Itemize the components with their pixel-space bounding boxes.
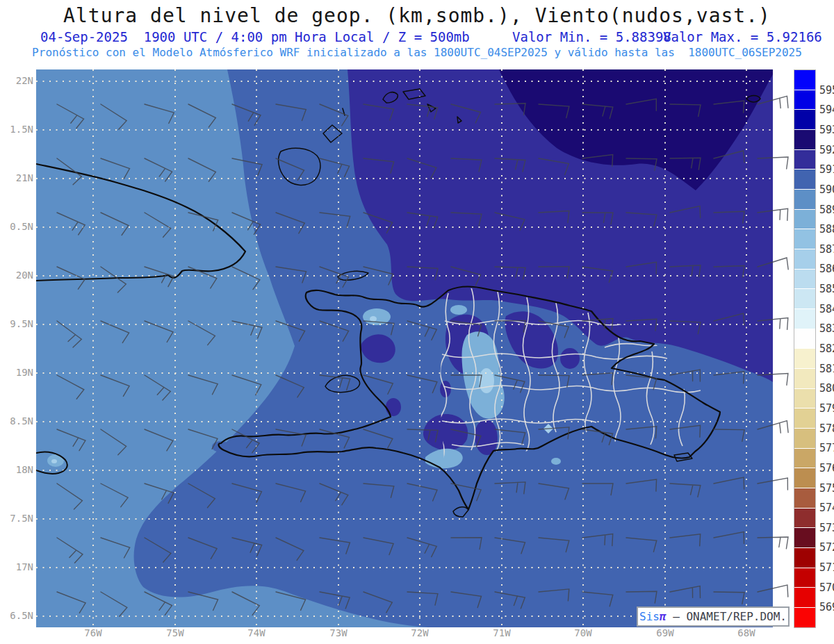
colorbar-segment — [794, 527, 815, 547]
colorbar-segment — [794, 209, 815, 229]
colorbar-tick-label: 5740 — [819, 502, 834, 514]
colorbar-segment — [794, 189, 815, 209]
lat-axis: 22N1.5N21N0.5N20N9.5N19N8.5N18N7.5N17N6.… — [1, 0, 33, 644]
lon-tick-label: 69W — [653, 627, 678, 638]
lat-tick-label: 17N — [16, 561, 33, 572]
colorbar-tick-label: 5760 — [819, 462, 834, 474]
colorbar-segment — [794, 129, 815, 149]
colorbar-segment — [794, 109, 815, 129]
colorbar-tick-label: 5770 — [819, 442, 834, 454]
colorbar-tick-label: 5830 — [819, 322, 834, 335]
lat-tick-label: 1.5N — [10, 124, 33, 135]
colorbar-segment — [794, 468, 815, 488]
valor-max-label: Valor Max. = 5.92166 — [663, 29, 822, 44]
colorbar-segment — [794, 607, 815, 627]
colorbar-segment — [794, 229, 815, 249]
colorbar-tick-label: 5800 — [819, 382, 834, 395]
lat-tick-label: 22N — [16, 75, 33, 86]
colorbar-tick-label: 5870 — [819, 243, 834, 256]
colorbar-segment — [794, 388, 815, 408]
lat-tick-label: 18N — [16, 464, 33, 475]
colorbar-tick-label: 5730 — [819, 522, 834, 534]
lon-tick-label: 76W — [81, 627, 106, 638]
colorbar-segment — [794, 308, 815, 329]
colorbar-tick-label: 5780 — [819, 422, 834, 435]
lat-tick-label: 6.5N — [10, 610, 33, 621]
lat-tick-label: 21N — [16, 172, 33, 183]
colorbar-tick-label: 5880 — [819, 223, 834, 236]
colorbar-segment — [794, 368, 815, 388]
brand-separator: – — [667, 610, 687, 623]
colorbar-segment — [794, 348, 815, 368]
brand-sis: Sis — [639, 610, 660, 623]
page-title: Altura del nivel de geop. (km,somb.), Vi… — [0, 4, 834, 27]
lon-tick-label: 75W — [163, 627, 188, 638]
lon-tick-label: 70W — [571, 627, 596, 638]
lat-tick-label: 7.5N — [10, 513, 33, 524]
colorbar-tick-label: 5750 — [819, 482, 834, 495]
colorbar-tick-label: 5900 — [819, 183, 834, 196]
lon-tick-label: 74W — [244, 627, 269, 638]
geopotential-map — [36, 69, 798, 627]
colorbar-segment — [794, 408, 815, 428]
colorbar-tick-label: 5790 — [819, 402, 834, 415]
branding-box: Sisπ – ONAMET/REP.DOM. — [637, 606, 790, 627]
colorbar-tick-label: 5700 — [819, 581, 834, 594]
colorbar-tick-label: 5710 — [819, 561, 834, 574]
datetime-label: 04-Sep-2025 1900 UTC / 4:00 pm Hora Loca… — [40, 29, 470, 44]
colorbar-segment — [794, 428, 815, 448]
colorbar-segment — [794, 269, 815, 289]
lon-tick-label: 72W — [407, 627, 432, 638]
model-info-label: Pronóstico con el Modelo Atmósferico WRF… — [25, 46, 809, 59]
colorbar-segment — [794, 249, 815, 269]
colorbar-segment — [794, 568, 815, 588]
colorbar-tick-label: 5840 — [819, 303, 834, 315]
colorbar-tick-label: 5920 — [819, 144, 834, 156]
lat-tick-label: 19N — [16, 367, 33, 378]
lat-tick-label: 8.5N — [10, 415, 33, 427]
weather-map-page: Altura del nivel de geop. (km,somb.), Vi… — [0, 0, 834, 644]
colorbar-tick-label: 5950 — [819, 84, 834, 97]
colorbar-segment — [794, 329, 815, 349]
colorbar-tick-label: 5860 — [819, 263, 834, 275]
lat-tick-label: 0.5N — [10, 221, 33, 232]
brand-pi-icon: π — [660, 610, 667, 623]
valor-min-label: Valor Min. = 5.88398 — [512, 29, 671, 44]
colorbar-segment — [794, 70, 815, 90]
lon-tick-label: 68W — [734, 627, 759, 638]
lon-axis: 76W75W74W73W72W71W70W69W68W — [0, 627, 834, 643]
colorbar-segment — [794, 547, 815, 568]
colorbar-segment — [794, 587, 815, 607]
colorbar-segment — [794, 288, 815, 308]
colorbar-tick-label: 5690 — [819, 601, 834, 613]
colorbar-segment — [794, 149, 815, 170]
colorbar-tick-label: 5890 — [819, 204, 834, 216]
colorbar-segment — [794, 90, 815, 110]
colorbar — [794, 69, 816, 628]
colorbar-tick-label: 5720 — [819, 541, 834, 554]
colorbar-segment — [794, 448, 815, 468]
lon-tick-label: 71W — [489, 627, 514, 638]
lat-tick-label: 9.5N — [10, 318, 33, 329]
colorbar-tick-label: 5810 — [819, 363, 834, 375]
colorbar-tick-label: 5940 — [819, 104, 834, 116]
lat-tick-label: 20N — [16, 270, 33, 281]
colorbar-tick-label: 5930 — [819, 124, 834, 136]
colorbar-segment — [794, 488, 815, 508]
brand-org: ONAMET/REP.DOM. — [686, 610, 787, 623]
colorbar-tick-label: 5820 — [819, 342, 834, 355]
colorbar-tick-label: 5910 — [819, 163, 834, 176]
lon-tick-label: 73W — [326, 627, 351, 638]
colorbar-segment — [794, 169, 815, 189]
colorbar-tick-label: 5850 — [819, 283, 834, 295]
colorbar-segment — [794, 508, 815, 528]
